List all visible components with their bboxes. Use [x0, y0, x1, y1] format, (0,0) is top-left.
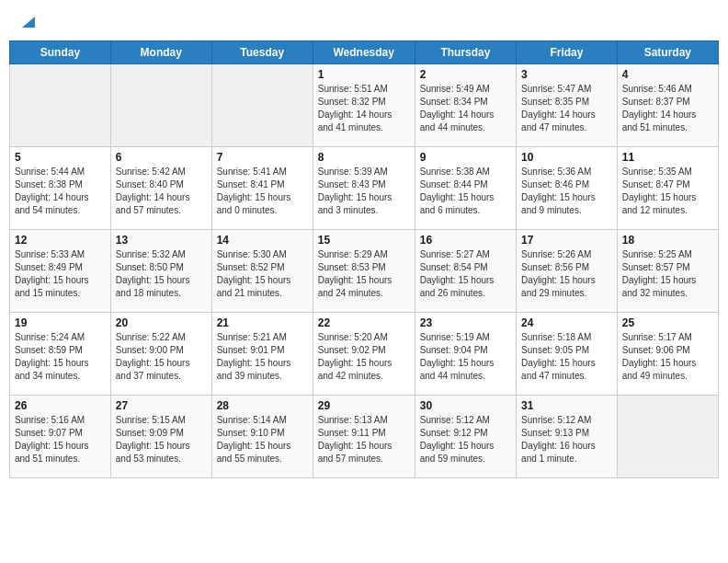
day-number: 28 [217, 399, 308, 412]
calendar-cell: 29Sunrise: 5:13 AM Sunset: 9:11 PM Dayli… [313, 396, 415, 478]
day-number: 25 [622, 316, 713, 329]
calendar-cell: 26Sunrise: 5:16 AM Sunset: 9:07 PM Dayli… [10, 396, 111, 478]
day-info: Sunrise: 5:38 AM Sunset: 8:44 PM Dayligh… [420, 166, 511, 217]
calendar-cell: 3Sunrise: 5:47 AM Sunset: 8:35 PM Daylig… [517, 64, 618, 147]
day-number: 7 [217, 151, 308, 164]
day-number: 9 [420, 151, 511, 164]
calendar-cell: 18Sunrise: 5:25 AM Sunset: 8:57 PM Dayli… [617, 230, 718, 313]
day-number: 12 [15, 234, 106, 247]
calendar-cell: 7Sunrise: 5:41 AM Sunset: 8:41 PM Daylig… [211, 147, 313, 230]
day-number: 5 [15, 151, 106, 164]
calendar-week-row: 5Sunrise: 5:44 AM Sunset: 8:38 PM Daylig… [10, 147, 719, 230]
day-number: 13 [116, 234, 207, 247]
day-number: 3 [521, 68, 612, 81]
calendar-cell: 20Sunrise: 5:22 AM Sunset: 9:00 PM Dayli… [110, 313, 211, 396]
day-info: Sunrise: 5:29 AM Sunset: 8:53 PM Dayligh… [318, 248, 410, 300]
calendar-cell: 14Sunrise: 5:30 AM Sunset: 8:52 PM Dayli… [211, 230, 313, 313]
calendar-cell: 16Sunrise: 5:27 AM Sunset: 8:54 PM Dayli… [415, 230, 516, 313]
day-info: Sunrise: 5:33 AM Sunset: 8:49 PM Dayligh… [15, 248, 106, 300]
day-number: 17 [521, 234, 612, 247]
day-number: 21 [217, 316, 308, 329]
day-of-week-header: Sunday [10, 41, 111, 64]
day-info: Sunrise: 5:30 AM Sunset: 8:52 PM Dayligh… [217, 248, 308, 300]
day-info: Sunrise: 5:20 AM Sunset: 9:02 PM Dayligh… [318, 331, 410, 383]
day-number: 20 [116, 316, 207, 329]
day-number: 4 [622, 68, 713, 81]
calendar-cell [10, 64, 111, 147]
day-number: 2 [420, 68, 511, 81]
calendar-cell: 6Sunrise: 5:42 AM Sunset: 8:40 PM Daylig… [110, 147, 211, 230]
logo [17, 13, 35, 29]
calendar-cell: 31Sunrise: 5:12 AM Sunset: 9:13 PM Dayli… [517, 396, 618, 478]
day-info: Sunrise: 5:21 AM Sunset: 9:01 PM Dayligh… [217, 331, 308, 383]
day-info: Sunrise: 5:15 AM Sunset: 9:09 PM Dayligh… [116, 414, 207, 465]
day-number: 8 [318, 151, 410, 164]
day-info: Sunrise: 5:17 AM Sunset: 9:06 PM Dayligh… [622, 331, 713, 383]
calendar-cell: 27Sunrise: 5:15 AM Sunset: 9:09 PM Dayli… [110, 396, 211, 478]
day-info: Sunrise: 5:49 AM Sunset: 8:34 PM Dayligh… [420, 83, 511, 134]
day-number: 30 [420, 399, 511, 412]
day-of-week-header: Tuesday [211, 41, 313, 64]
day-info: Sunrise: 5:39 AM Sunset: 8:43 PM Dayligh… [318, 166, 410, 217]
calendar-cell [211, 64, 313, 147]
day-info: Sunrise: 5:41 AM Sunset: 8:41 PM Dayligh… [217, 166, 308, 217]
calendar-cell: 10Sunrise: 5:36 AM Sunset: 8:46 PM Dayli… [517, 147, 618, 230]
svg-marker-0 [22, 17, 35, 28]
day-info: Sunrise: 5:12 AM Sunset: 9:13 PM Dayligh… [521, 414, 612, 465]
calendar-cell: 23Sunrise: 5:19 AM Sunset: 9:04 PM Dayli… [415, 313, 516, 396]
day-info: Sunrise: 5:27 AM Sunset: 8:54 PM Dayligh… [420, 248, 511, 300]
day-number: 26 [15, 399, 106, 412]
day-number: 31 [521, 399, 612, 412]
day-number: 10 [521, 151, 612, 164]
calendar-cell: 25Sunrise: 5:17 AM Sunset: 9:06 PM Dayli… [617, 313, 718, 396]
calendar-cell: 22Sunrise: 5:20 AM Sunset: 9:02 PM Dayli… [313, 313, 415, 396]
day-info: Sunrise: 5:36 AM Sunset: 8:46 PM Dayligh… [521, 166, 612, 217]
day-info: Sunrise: 5:22 AM Sunset: 9:00 PM Dayligh… [116, 331, 207, 383]
day-info: Sunrise: 5:16 AM Sunset: 9:07 PM Dayligh… [15, 414, 106, 465]
calendar-cell: 5Sunrise: 5:44 AM Sunset: 8:38 PM Daylig… [10, 147, 111, 230]
logo-icon [18, 13, 35, 29]
day-number: 18 [622, 234, 713, 247]
calendar-cell: 30Sunrise: 5:12 AM Sunset: 9:12 PM Dayli… [415, 396, 516, 478]
day-number: 19 [15, 316, 106, 329]
day-info: Sunrise: 5:42 AM Sunset: 8:40 PM Dayligh… [116, 166, 207, 217]
day-number: 22 [318, 316, 410, 329]
calendar-week-row: 26Sunrise: 5:16 AM Sunset: 9:07 PM Dayli… [10, 396, 719, 478]
day-info: Sunrise: 5:18 AM Sunset: 9:05 PM Dayligh… [521, 331, 612, 383]
calendar-cell: 17Sunrise: 5:26 AM Sunset: 8:56 PM Dayli… [517, 230, 618, 313]
day-info: Sunrise: 5:46 AM Sunset: 8:37 PM Dayligh… [622, 83, 713, 134]
day-number: 23 [420, 316, 511, 329]
day-number: 27 [116, 399, 207, 412]
calendar-cell [110, 64, 211, 147]
calendar-cell: 13Sunrise: 5:32 AM Sunset: 8:50 PM Dayli… [110, 230, 211, 313]
day-info: Sunrise: 5:47 AM Sunset: 8:35 PM Dayligh… [521, 83, 612, 134]
day-of-week-header: Saturday [617, 41, 718, 64]
day-info: Sunrise: 5:26 AM Sunset: 8:56 PM Dayligh… [521, 248, 612, 300]
day-info: Sunrise: 5:25 AM Sunset: 8:57 PM Dayligh… [622, 248, 713, 300]
calendar-cell: 15Sunrise: 5:29 AM Sunset: 8:53 PM Dayli… [313, 230, 415, 313]
calendar-cell: 2Sunrise: 5:49 AM Sunset: 8:34 PM Daylig… [415, 64, 516, 147]
calendar-table: SundayMondayTuesdayWednesdayThursdayFrid… [9, 40, 719, 478]
calendar-header-row: SundayMondayTuesdayWednesdayThursdayFrid… [10, 41, 719, 64]
calendar-week-row: 1Sunrise: 5:51 AM Sunset: 8:32 PM Daylig… [10, 64, 719, 147]
calendar-cell: 21Sunrise: 5:21 AM Sunset: 9:01 PM Dayli… [211, 313, 313, 396]
day-info: Sunrise: 5:13 AM Sunset: 9:11 PM Dayligh… [318, 414, 410, 465]
day-info: Sunrise: 5:14 AM Sunset: 9:10 PM Dayligh… [217, 414, 308, 465]
calendar-cell: 4Sunrise: 5:46 AM Sunset: 8:37 PM Daylig… [617, 64, 718, 147]
calendar-cell: 8Sunrise: 5:39 AM Sunset: 8:43 PM Daylig… [313, 147, 415, 230]
day-of-week-header: Thursday [415, 41, 516, 64]
calendar-cell: 1Sunrise: 5:51 AM Sunset: 8:32 PM Daylig… [313, 64, 415, 147]
day-of-week-header: Friday [517, 41, 618, 64]
page-header [9, 9, 719, 33]
calendar-cell: 24Sunrise: 5:18 AM Sunset: 9:05 PM Dayli… [517, 313, 618, 396]
day-info: Sunrise: 5:51 AM Sunset: 8:32 PM Dayligh… [318, 83, 410, 134]
day-number: 14 [217, 234, 308, 247]
calendar-cell: 28Sunrise: 5:14 AM Sunset: 9:10 PM Dayli… [211, 396, 313, 478]
day-number: 11 [622, 151, 713, 164]
calendar-cell: 12Sunrise: 5:33 AM Sunset: 8:49 PM Dayli… [10, 230, 111, 313]
day-number: 15 [318, 234, 410, 247]
calendar-week-row: 12Sunrise: 5:33 AM Sunset: 8:49 PM Dayli… [10, 230, 719, 313]
day-number: 1 [318, 68, 410, 81]
day-number: 16 [420, 234, 511, 247]
day-number: 6 [116, 151, 207, 164]
